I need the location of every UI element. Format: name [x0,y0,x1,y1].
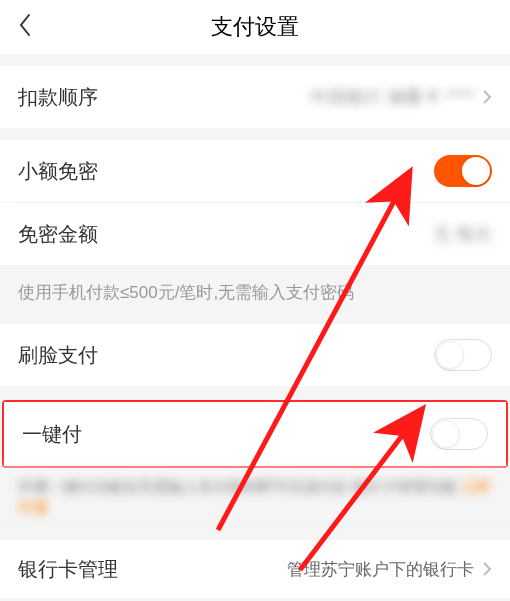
face-pay-toggle[interactable] [434,339,492,371]
free-amount-label: 免密金额 [18,221,98,248]
row-bank-management[interactable]: 银行卡管理 管理苏宁账户下的银行卡 [0,540,510,598]
face-pay-label: 刷脸支付 [18,342,98,369]
header: 支付设置 [0,0,510,54]
deduction-order-value-wrap: 中国银行 储蓄卡 **** [310,85,492,109]
deduction-order-value: 中国银行 储蓄卡 **** [310,85,474,109]
row-deduction-order[interactable]: 扣款顺序 中国银行 储蓄卡 **** [0,66,510,128]
bank-mgmt-value-wrap: 管理苏宁账户下的银行卡 [287,558,492,581]
row-face-pay: 刷脸支付 [0,324,510,386]
row-small-free: 小额免密 [0,140,510,202]
spacer [0,520,510,540]
blurred-hint: 开通一键付功能后无需输入支付密码即可完成付款 银行卡管理功能 立即开通 [0,468,510,520]
spacer [0,386,510,400]
row-free-amount[interactable]: 免密金额 无 每次 [0,203,510,265]
chevron-right-icon [482,561,492,577]
highlight-box: 一键付 [2,400,508,468]
back-icon[interactable] [18,13,32,41]
small-free-toggle[interactable] [434,155,492,187]
spacer [0,128,510,140]
free-amount-value: 无 每次 [433,222,492,246]
page-title: 支付设置 [0,12,510,42]
one-click-label: 一键付 [22,421,82,448]
one-click-toggle[interactable] [430,418,488,450]
row-one-click: 一键付 [4,402,506,466]
chevron-right-icon [482,89,492,105]
bank-mgmt-sub: 管理苏宁账户下的银行卡 [287,558,474,581]
toggle-knob [462,157,490,185]
spacer [0,54,510,66]
deduction-order-label: 扣款顺序 [18,84,98,111]
toggle-knob [432,420,460,448]
hint-text: 使用手机付款≤500元/笔时,无需输入支付密码 [0,265,510,324]
toggle-knob [436,341,464,369]
bank-mgmt-label: 银行卡管理 [18,556,118,583]
small-free-label: 小额免密 [18,158,98,185]
